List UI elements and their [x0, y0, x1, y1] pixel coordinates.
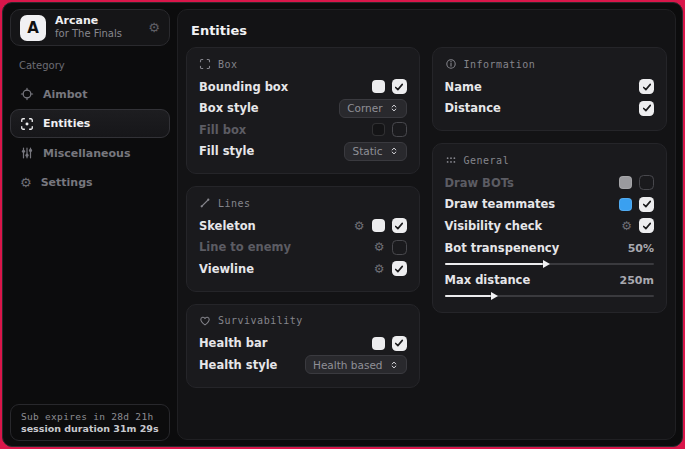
sidebar-item-miscellaneous[interactable]: Miscellaneous [10, 139, 170, 167]
scan-icon [20, 117, 34, 131]
row-bounding-box: Bounding box [199, 76, 407, 98]
card-survivability: Survivability Health bar Health style [186, 304, 420, 388]
gear-icon[interactable]: ⚙ [374, 263, 385, 275]
gear-icon[interactable]: ⚙ [354, 220, 365, 232]
health-bar-checkbox[interactable] [392, 336, 407, 351]
dropdown-value: Health based [313, 359, 383, 371]
row-draw-teammates: Draw teammates [445, 194, 654, 216]
bounding-box-checkbox[interactable] [392, 79, 407, 94]
row-health-style: Health style Health based [199, 354, 407, 376]
dropdown-value: Corner [347, 102, 382, 114]
max-distance-slider[interactable] [445, 291, 654, 301]
card-general: General Draw BOTs Draw teammates [432, 143, 667, 313]
sidebar-item-label: Miscellaneous [43, 147, 130, 160]
check-icon [641, 81, 653, 93]
distance-checkbox[interactable] [639, 101, 654, 116]
info-icon [445, 58, 457, 70]
row-label: Viewline [199, 262, 254, 276]
sidebar-item-settings[interactable]: ⚙ Settings [10, 168, 170, 196]
card-title-label: Lines [218, 198, 251, 209]
gear-icon[interactable]: ⚙ [374, 241, 385, 253]
box-style-dropdown[interactable]: Corner [339, 99, 406, 118]
crosshair-icon [20, 87, 34, 101]
left-column: Box Bounding box Box style [186, 47, 420, 388]
row-fill-style: Fill style Static [199, 141, 407, 163]
box-scan-icon [199, 58, 211, 70]
app-logo-text: Arcane for The Finals [55, 15, 139, 39]
color-swatch[interactable] [372, 337, 385, 350]
row-max-distance: Max distance 250m [445, 271, 654, 290]
fill-box-checkbox[interactable] [392, 122, 407, 137]
row-label: Health bar [199, 336, 267, 350]
color-swatch[interactable] [619, 176, 632, 189]
color-swatch[interactable] [372, 123, 385, 136]
check-icon [393, 220, 405, 232]
app-settings-gear-icon[interactable]: ⚙ [148, 21, 160, 34]
color-swatch[interactable] [619, 198, 632, 211]
row-label: Fill style [199, 144, 254, 158]
slider-thumb[interactable] [543, 260, 550, 268]
row-label: Name [445, 80, 482, 94]
diagonal-line-icon [199, 197, 211, 209]
draw-bots-checkbox[interactable] [639, 175, 654, 190]
color-swatch[interactable] [372, 219, 385, 232]
row-label: Draw BOTs [445, 176, 514, 190]
app-logo-card: A Arcane for The Finals ⚙ [10, 9, 170, 46]
row-label: Bot transpenency [445, 241, 560, 255]
card-box: Box Bounding box Box style [186, 47, 420, 174]
viewline-checkbox[interactable] [392, 261, 407, 276]
category-label: Category [19, 60, 170, 71]
row-label: Draw teammates [445, 197, 556, 211]
sub-expiry-text: Sub expires in 28d 21h [21, 411, 159, 422]
card-title-label: Box [218, 59, 238, 70]
sidebar-item-label: Aimbot [43, 88, 87, 101]
card-title-label: Survivability [218, 315, 303, 326]
card-survivability-header: Survivability [199, 315, 407, 327]
chevrons-up-down-icon [389, 102, 399, 114]
sidebar-item-entities[interactable]: Entities [10, 109, 170, 138]
bot-transparency-slider[interactable] [445, 259, 654, 269]
card-lines-header: Lines [199, 197, 407, 209]
visibility-check-checkbox[interactable] [639, 218, 654, 233]
line-to-enemy-checkbox[interactable] [392, 240, 407, 255]
desktop-background: A Arcane for The Finals ⚙ Category Aimbo… [0, 0, 685, 449]
health-style-dropdown[interactable]: Health based [305, 355, 407, 374]
app-logo: A [20, 15, 46, 41]
check-icon [393, 81, 405, 93]
row-label: Health style [199, 358, 277, 372]
check-icon [641, 220, 653, 232]
sidebar-item-label: Entities [43, 117, 90, 130]
card-title-label: Information [464, 59, 536, 70]
row-distance: Distance [445, 98, 654, 120]
app-window: A Arcane for The Finals ⚙ Category Aimbo… [2, 2, 683, 447]
fill-style-dropdown[interactable]: Static [344, 142, 406, 161]
right-column: Information Name Distance [432, 47, 667, 388]
row-label: Visibility check [445, 219, 543, 233]
slider-fill [445, 295, 491, 297]
check-icon [641, 102, 653, 114]
slider-fill [445, 263, 543, 265]
name-checkbox[interactable] [639, 79, 654, 94]
chevrons-up-down-icon [389, 145, 399, 157]
sidebar-item-aimbot[interactable]: Aimbot [10, 80, 170, 108]
row-viewline: Viewline ⚙ [199, 258, 407, 280]
check-icon [641, 198, 653, 210]
gear-icon[interactable]: ⚙ [621, 220, 632, 232]
app-title: Arcane [55, 15, 139, 28]
gear-icon: ⚙ [20, 176, 32, 189]
check-icon [393, 263, 405, 275]
sidebar: A Arcane for The Finals ⚙ Category Aimbo… [3, 3, 177, 446]
max-distance-value: 250m [620, 274, 654, 287]
card-information: Information Name Distance [432, 47, 667, 131]
card-information-header: Information [445, 58, 654, 70]
page-title: Entities [191, 23, 675, 38]
row-visibility-check: Visibility check ⚙ [445, 215, 654, 237]
skeleton-checkbox[interactable] [392, 218, 407, 233]
draw-teammates-checkbox[interactable] [639, 197, 654, 212]
sliders-icon [20, 146, 34, 160]
chevrons-up-down-icon [389, 359, 399, 371]
sidebar-nav: Aimbot Entities Miscellaneous ⚙ Settings [10, 80, 170, 197]
slider-thumb[interactable] [491, 292, 498, 300]
color-swatch[interactable] [372, 80, 385, 93]
check-icon [393, 337, 405, 349]
